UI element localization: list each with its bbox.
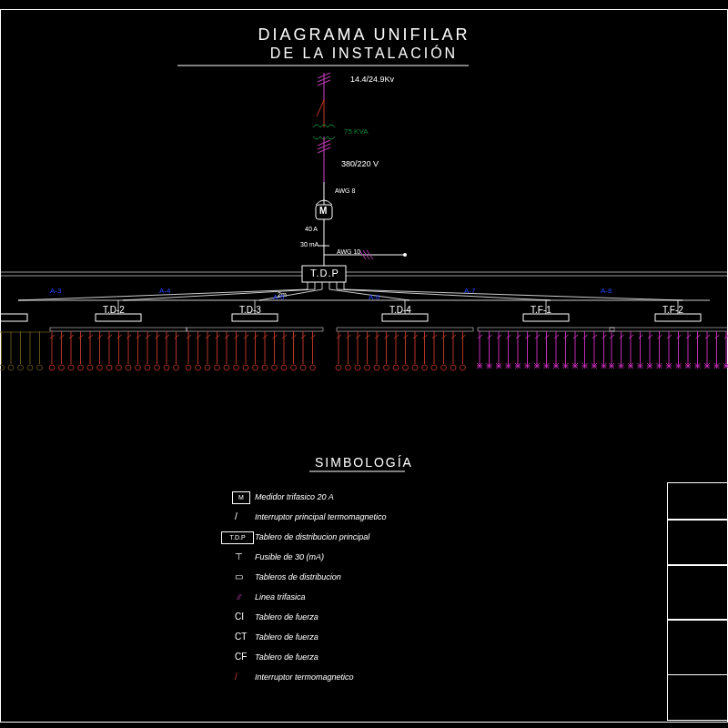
legend-icon: / [235, 511, 238, 521]
legend-text: Linea trifasica [255, 592, 306, 602]
panel-label-T.F-2: T.F-2 [662, 305, 683, 315]
titleblock-row1 [667, 482, 728, 521]
legend-text: Interruptor termomagnetico [255, 672, 354, 682]
titleblock-row4 [667, 619, 728, 675]
symbology-underline [0, 0, 728, 728]
legend-text: Interruptor principal termomagnetico [255, 512, 387, 521]
legend-icon: M [232, 491, 250, 504]
legend-text: Tablero de distribucion principal [255, 532, 369, 541]
panel-label-T.D-2: T.D-2 [103, 305, 125, 315]
legend-icon: T.D.P [221, 531, 254, 544]
legend-icon: / [235, 672, 238, 682]
legend-text: Tablero de fuerza [255, 612, 318, 622]
legend-icon: ⫽ [235, 592, 244, 602]
panel-label-T.D-3: T.D-3 [239, 305, 261, 315]
legend-icon: CF [235, 652, 247, 662]
panel-label-T.F-1: T.F-1 [531, 305, 551, 315]
legend-icon: ⊤ [235, 551, 243, 561]
legend-text: Medidor trifasico 20 A [255, 492, 334, 501]
titleblock-row3 [667, 564, 728, 621]
legend-text: Tableros de distribucion [255, 572, 341, 581]
legend-icon: CI [235, 612, 244, 622]
panel-label-T.D-4: T.D-4 [389, 305, 411, 315]
legend-text: Fusible de 30 (mA) [255, 552, 324, 561]
legend-text: Tablero de fuerza [255, 652, 318, 662]
legend-icon: CT [235, 632, 247, 642]
titleblock-row2 [667, 519, 728, 566]
legend-text: Tablero de fuerza [255, 632, 318, 642]
legend-icon: ▭ [235, 571, 243, 581]
